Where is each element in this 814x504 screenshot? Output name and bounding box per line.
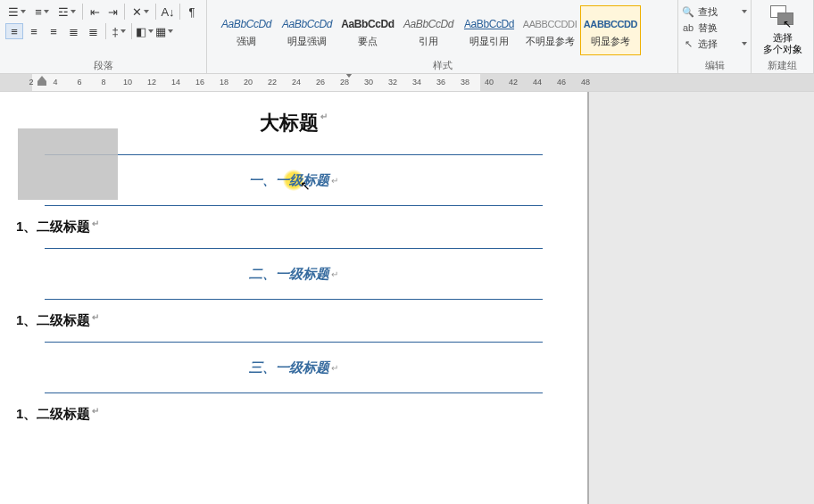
replace-button[interactable]: ab 替换 (682, 20, 747, 36)
separator (131, 23, 132, 39)
ruler-tick: 6 (77, 78, 81, 87)
ruler-tick: 12 (147, 78, 156, 87)
heading1-block: 一、一级标题↵ ↖ (45, 154, 543, 206)
paragraph-mark: ↵ (92, 219, 99, 228)
heading2-text: 1、二级标题 (16, 312, 90, 327)
distributed-button[interactable]: ≣ (84, 23, 102, 39)
find-label: 查找 (698, 5, 718, 19)
edit-group: 🔍 查找 ab 替换 ↖ 选择 编辑 (678, 0, 752, 74)
style-intense-emphasis[interactable]: AaBbCcDd 明显强调 (277, 5, 337, 55)
ruler-tick: 46 (557, 78, 566, 87)
bullets-button[interactable]: ☰ (5, 4, 29, 20)
ruler-tick: 24 (292, 78, 301, 87)
style-quote[interactable]: AaBbCcDd 引用 (398, 5, 459, 55)
paragraph-mark: ↵ (331, 269, 338, 279)
ruler-tick: 42 (509, 78, 518, 87)
ruler-tick: 14 (171, 78, 180, 87)
document-title-text: 大标题 (260, 112, 319, 134)
ruler-tick: 2 (29, 78, 33, 87)
separator (82, 4, 83, 20)
select-label: 选择 (698, 37, 718, 51)
ruler-tick: 30 (364, 78, 373, 87)
heading2[interactable]: 1、二级标题↵ (16, 219, 587, 235)
heading2[interactable]: 1、二级标题↵ (16, 312, 587, 329)
ruler-tick: 40 (485, 78, 494, 87)
replace-icon: ab (682, 21, 694, 34)
style-subtle-reference[interactable]: AABBCCDDI 不明显参考 (519, 5, 580, 55)
chevron-down-icon (742, 10, 747, 13)
styles-group-label: 样式 (207, 59, 677, 72)
multilevel-list-button[interactable]: ☲ (55, 4, 79, 20)
paragraph-group-label: 段落 (0, 59, 206, 72)
decrease-indent-button[interactable]: ⇤ (87, 4, 103, 20)
ruler-tick: 32 (388, 78, 397, 87)
align-right-button[interactable]: ≡ (45, 23, 62, 39)
replace-label: 替换 (698, 21, 718, 35)
heading1-row[interactable]: 二、一级标题↵ (45, 249, 543, 299)
ruler-left-margin (0, 74, 32, 92)
page-gutter (589, 92, 814, 504)
paragraph-mark: ↵ (331, 176, 338, 186)
new-group-label: 新建组 (752, 59, 813, 72)
shading-button[interactable]: ◧ (136, 23, 154, 39)
ruler-tick: 8 (101, 78, 105, 87)
asian-layout-button[interactable]: ✕ (129, 4, 152, 20)
style-intense-reference[interactable]: AABBCCDD 明显参考 (580, 5, 641, 55)
paragraph-mark: ↵ (92, 406, 99, 416)
select-objects-group: ↖ 选择多个对象 新建组 (752, 0, 814, 74)
sort-button[interactable]: A↓ (160, 4, 176, 20)
ribbon: ☰ ≡ ☲ ⇤ ⇥ ✕ A↓ ¶ ≡ ≡ ≡ ≣ ≣ ‡ ◧ ▦ 段落 (0, 0, 814, 74)
cursor-icon: ↖ (300, 178, 311, 193)
separator (155, 4, 156, 20)
heading2-text: 1、二级标题 (16, 219, 90, 234)
numbering-button[interactable]: ≡ (30, 4, 54, 20)
select-icon: ↖ (682, 37, 694, 50)
paragraph-mark: ↵ (331, 363, 338, 373)
ruler-tick: 18 (220, 78, 228, 87)
heading1-row[interactable]: 三、一级标题↵ (45, 343, 543, 392)
heading1-text: 一、一级标题 (249, 172, 329, 189)
select-objects-icon[interactable]: ↖ (770, 5, 795, 30)
style-intense-quote[interactable]: AaBbCcDd 明显引用 (459, 5, 519, 55)
select-objects-label: 选择多个对象 (763, 32, 802, 55)
justify-button[interactable]: ≣ (64, 23, 82, 39)
heading1-text: 三、一级标题 (249, 359, 329, 376)
ruler-tick: 26 (316, 78, 325, 87)
borders-button[interactable]: ▦ (155, 23, 173, 39)
ruler-tick: 10 (123, 78, 132, 87)
select-button[interactable]: ↖ 选择 (682, 36, 747, 52)
heading1-row-selected[interactable]: 一、一级标题↵ ↖ (45, 155, 543, 205)
separator (179, 4, 180, 20)
paragraph-row-2: ≡ ≡ ≡ ≣ ≣ ‡ ◧ ▦ (5, 23, 201, 39)
find-button[interactable]: 🔍 查找 (682, 4, 747, 20)
rule-line (45, 299, 543, 300)
rule-line (45, 205, 543, 206)
ruler-tick: 44 (533, 78, 542, 87)
ruler-tick: 34 (412, 78, 421, 87)
ruler-caret-indicator (348, 74, 349, 92)
find-icon: 🔍 (682, 5, 694, 18)
ruler-tick: 20 (244, 78, 253, 87)
align-left-button[interactable]: ≡ (5, 23, 23, 39)
page[interactable]: 大标题↵ 一、一级标题↵ ↖ 1、二级标题↵ 二、一级标题↵ 1、二级标题↵ (0, 92, 589, 504)
rule-line (45, 392, 543, 393)
styles-gallery: AaBbCcDd 强调 AaBbCcDd 明显强调 AaBbCcDd 要点 Aa… (212, 4, 672, 55)
line-spacing-button[interactable]: ‡ (110, 23, 128, 39)
paragraph-row-1: ☰ ≡ ☲ ⇤ ⇥ ✕ A↓ ¶ (5, 4, 201, 20)
selection-highlight (18, 128, 118, 200)
heading1-block: 三、一级标题↵ (45, 342, 543, 393)
heading2[interactable]: 1、二级标题↵ (16, 406, 587, 423)
style-strong[interactable]: AaBbCcDd 要点 (337, 5, 398, 55)
increase-indent-button[interactable]: ⇥ (104, 4, 120, 20)
ruler-tick: 4 (53, 78, 57, 87)
paragraph-mark: ↵ (320, 112, 328, 121)
indent-marker[interactable] (37, 76, 46, 86)
horizontal-ruler[interactable]: 2468101214161820222426283032343638404244… (0, 74, 814, 92)
document-area: 大标题↵ 一、一级标题↵ ↖ 1、二级标题↵ 二、一级标题↵ 1、二级标题↵ (0, 92, 814, 504)
edit-group-label: 编辑 (678, 59, 751, 72)
style-emphasis[interactable]: AaBbCcDd 强调 (216, 5, 277, 55)
show-marks-button[interactable]: ¶ (184, 4, 200, 20)
heading1-text: 二、一级标题 (249, 266, 329, 283)
paragraph-group: ☰ ≡ ☲ ⇤ ⇥ ✕ A↓ ¶ ≡ ≡ ≡ ≣ ≣ ‡ ◧ ▦ 段落 (0, 0, 207, 74)
align-center-button[interactable]: ≡ (25, 23, 43, 39)
